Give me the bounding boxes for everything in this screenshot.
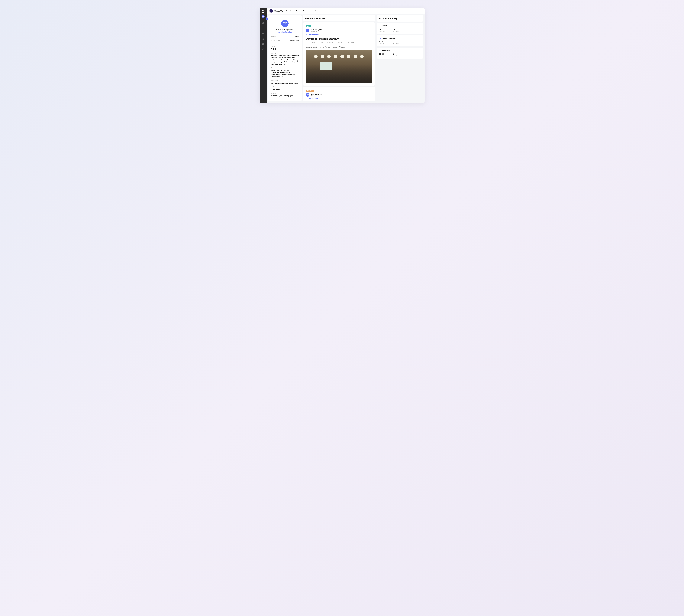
link-icon (379, 49, 381, 51)
activity-meta: 14.10.2022 - 14.10.2022 In-person Meetup… (306, 42, 372, 43)
activity-card: Resources SW Sara Waszyńska 19.10.2022 ⋮… (303, 87, 375, 101)
activity-title: Developer Meetup Warsaw (306, 37, 372, 40)
fluent-value: English,Polish (271, 88, 299, 90)
profile-name: Sara Waszyńska (271, 28, 299, 31)
since-value: Oct 19, 2022 (290, 39, 299, 41)
activity-author: Sara Waszyńska (311, 93, 323, 95)
summary-header: Activity summary (377, 15, 423, 22)
stat-value: 83,830 (379, 53, 384, 55)
content: ⋮ SW Sara Waszyńska waszynskas@gmail.com… (267, 14, 425, 103)
activity-image (306, 50, 372, 83)
sidebar-nav (262, 22, 264, 50)
sidebar-expand-button[interactable] (266, 17, 268, 20)
feed-panel: Member's activities Event SW Sara Waszyń… (303, 15, 375, 101)
stat-label: submitted (393, 43, 399, 44)
tz-value: (GMT+01:00) Sarajevo, Warsaw, Zagreb (271, 82, 299, 84)
stat-value: 470 (379, 28, 385, 30)
opento-value: Create a technical video or tutorial,Lea… (271, 69, 299, 78)
refresh-icon[interactable] (262, 48, 264, 50)
activity-tag: Resources (306, 90, 314, 92)
tz-label: Time Zone (271, 80, 299, 82)
app-logo-icon[interactable] (261, 10, 265, 13)
activity-metric: 90 Attendees (306, 33, 372, 36)
since-label: Member Since (271, 39, 280, 41)
activity-metric: 34860 Views (306, 98, 372, 100)
app-shell: SW < > Swipe Wire Developer Advocacy Pro… (259, 8, 425, 103)
profile-email[interactable]: waszynskas@gmail.com (271, 31, 299, 33)
svg-point-11 (306, 34, 307, 34)
svg-point-0 (263, 10, 263, 10)
main: < > Swipe Wire Developer Advocacy Progra… (267, 8, 425, 103)
summary-card-events: Events 470attendees 10submitted (377, 23, 423, 34)
sidebar-avatar[interactable]: SW (261, 15, 265, 18)
socials-label: Socials (271, 46, 299, 47)
activity-card: Event SW Sara Waszyńska 19.10.2022 ⋮ 90 … (303, 22, 375, 86)
feed-scroll[interactable]: Event SW Sara Waszyńska 19.10.2022 ⋮ 90 … (303, 22, 375, 101)
svg-point-12 (307, 34, 307, 35)
socials-row (271, 48, 299, 50)
calendar-icon (306, 42, 307, 43)
more-button[interactable]: ⋮ (370, 93, 372, 96)
svg-point-4 (263, 28, 263, 28)
more-button[interactable]: ⋮ (297, 17, 299, 20)
about-label: About Me (271, 52, 299, 54)
opento-label: Open To (271, 67, 299, 69)
activity-date: 19.10.2022 (311, 95, 323, 96)
globe-icon[interactable] (275, 48, 276, 50)
hobbies-value: Horse riding, road cycling, gym (271, 95, 299, 97)
activity-tag: Event (306, 25, 312, 27)
activity-date: 19.10.2022 (311, 30, 323, 32)
profile-avatar: SW (281, 20, 289, 27)
location-value: Poland (294, 35, 299, 37)
profile-panel: ⋮ SW Sara Waszyńska waszynskas@gmail.com… (268, 15, 301, 101)
link-icon (306, 98, 308, 100)
summary-panel: Activity summary Events 470attendees 10s… (377, 15, 423, 101)
activity-avatar: SW (306, 29, 310, 32)
brand-badge-icon: < > (270, 9, 273, 13)
summary-card-speaking: Public speaking 1,474attendees 12submitt… (377, 35, 423, 46)
person-icon (325, 42, 327, 43)
location-label: Location (271, 35, 276, 37)
stat-value: 12 (393, 41, 399, 43)
tag-icon (336, 42, 337, 43)
sidebar: SW (259, 8, 267, 103)
chart-icon[interactable] (262, 38, 264, 40)
activity-avatar: SW (306, 93, 310, 97)
stat-label: attendees (379, 30, 385, 32)
svg-point-5 (263, 28, 264, 28)
stat-value: 10 (393, 28, 399, 30)
fluent-label: I'm Fluent In (271, 86, 299, 88)
topbar: < > Swipe Wire Developer Advocacy Progra… (267, 8, 425, 14)
attendees-icon (306, 33, 308, 36)
lightning-icon (379, 25, 381, 27)
about-value: Outcome-driven, user-centered product ma… (271, 54, 299, 65)
document-icon[interactable] (262, 32, 264, 35)
stat-value: 1,474 (379, 41, 385, 43)
brand-name: Swipe Wire (274, 10, 285, 12)
hobbies-label: Hobbies (271, 92, 299, 94)
activity-author: Sara Waszyńska (311, 29, 323, 30)
svg-rect-18 (380, 38, 381, 38)
svg-point-15 (326, 42, 326, 42)
activity-description: Launch an meetup event for Android Devel… (306, 46, 372, 48)
users-icon[interactable] (262, 27, 264, 29)
svg-rect-6 (263, 33, 264, 35)
stat-label: submitted (393, 30, 399, 32)
topbar-title: Developer Advocacy Program (286, 10, 310, 12)
breadcrumb: Member profile (315, 10, 325, 12)
stat-label: submitted (392, 55, 398, 57)
stat-value: 42 (392, 53, 398, 55)
svg-marker-17 (379, 25, 381, 27)
clipboard-icon[interactable] (262, 22, 264, 24)
more-button[interactable]: ⋮ (370, 29, 372, 31)
svg-rect-13 (306, 42, 307, 43)
stat-label: views (379, 55, 384, 57)
mail-icon[interactable] (262, 43, 264, 45)
hourglass-icon (345, 42, 346, 43)
summary-title: Activity summary (379, 17, 421, 20)
mic-icon (379, 37, 381, 39)
stat-label: attendees (379, 43, 385, 44)
github-icon[interactable] (271, 48, 272, 50)
twitter-icon[interactable] (273, 48, 274, 50)
summary-card-resources: Resources 83,830views 42submitted (377, 48, 423, 59)
